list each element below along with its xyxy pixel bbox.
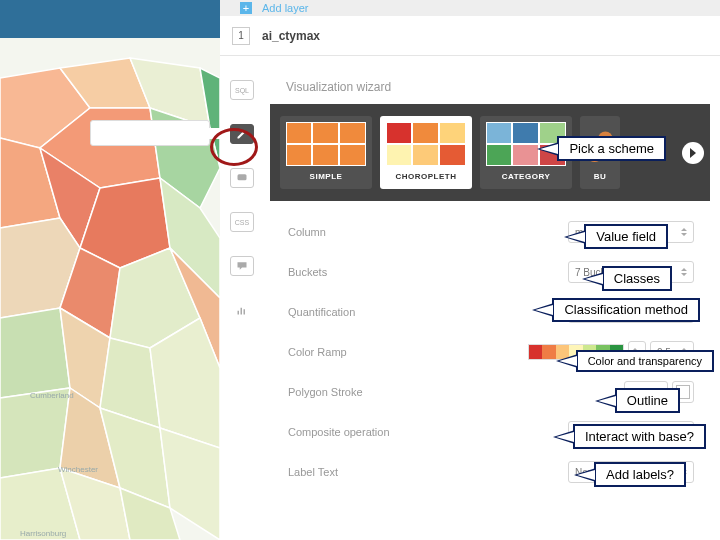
svg-rect-43	[439, 144, 466, 166]
svg-rect-29	[238, 311, 240, 315]
sql-tab[interactable]: SQL	[230, 80, 254, 100]
svg-rect-40	[439, 122, 466, 144]
brush-icon	[236, 128, 248, 140]
svg-rect-47	[486, 144, 512, 166]
callout-value: Value field	[584, 224, 668, 249]
callout-color: Color and transparency	[576, 350, 714, 372]
scheme-simple-label: SIMPLE	[310, 172, 343, 181]
map-place-1: Cumberland	[30, 391, 74, 400]
search-input[interactable]	[101, 128, 228, 139]
scheme-simple[interactable]: SIMPLE	[280, 116, 372, 189]
speech2-icon	[236, 260, 248, 272]
layer-header[interactable]: 1 ai_ctymax	[220, 16, 720, 56]
svg-rect-42	[412, 144, 439, 166]
svg-rect-45	[512, 122, 539, 144]
updown-icon	[681, 267, 687, 277]
callout-labels: Add labels?	[594, 462, 686, 487]
svg-rect-30	[241, 308, 243, 315]
svg-rect-32	[286, 122, 312, 144]
choropleth-swatch	[386, 122, 466, 166]
column-label: Column	[288, 226, 568, 238]
svg-marker-15	[0, 308, 70, 398]
svg-rect-33	[312, 122, 339, 144]
callout-classification: Classification method	[552, 298, 700, 322]
scheme-next-button[interactable]	[682, 142, 704, 164]
wizard-tab-strip: SQL CSS	[224, 56, 260, 320]
svg-rect-36	[312, 144, 339, 166]
callout-interact: Interact with base?	[573, 424, 706, 449]
scheme-choropleth[interactable]: CHOROPLETH	[380, 116, 472, 189]
callout-outline: Outline	[615, 388, 680, 413]
svg-rect-37	[339, 144, 366, 166]
speech-icon	[236, 172, 248, 184]
updown-icon	[681, 227, 687, 237]
add-layer-row[interactable]: + Add layer	[220, 0, 720, 16]
scheme-bubble-label: BU	[594, 172, 607, 181]
css-tab[interactable]: CSS	[230, 212, 254, 232]
svg-rect-39	[412, 122, 439, 144]
wizard-title: Visualization wizard	[270, 56, 710, 104]
bars-icon	[236, 304, 248, 316]
layer-index: 1	[232, 27, 250, 45]
wizard-tab[interactable]	[230, 124, 254, 144]
callout-classes: Classes	[602, 266, 672, 291]
svg-rect-41	[386, 144, 412, 166]
svg-rect-48	[512, 144, 539, 166]
stats-tab[interactable]	[230, 300, 254, 320]
map-search[interactable]	[90, 120, 210, 146]
svg-rect-34	[339, 122, 366, 144]
composite-label: Composite operation	[288, 426, 568, 438]
svg-rect-38	[386, 122, 412, 144]
layer-name: ai_ctymax	[262, 29, 320, 43]
labeltext-label: Label Text	[288, 466, 568, 478]
app-header-left	[0, 0, 220, 38]
svg-rect-35	[286, 144, 312, 166]
callout-scheme: Pick a scheme	[557, 136, 666, 161]
quant-label: Quantification	[288, 306, 568, 318]
ramp-label: Color Ramp	[288, 346, 528, 358]
svg-rect-31	[244, 309, 246, 314]
map-place-3: Harrisonburg	[20, 529, 66, 538]
simple-swatch	[286, 122, 366, 166]
map-place-2: Winchester	[58, 465, 98, 474]
svg-rect-28	[238, 174, 247, 180]
stroke-label: Polygon Stroke	[288, 386, 624, 398]
svg-rect-44	[486, 122, 512, 144]
legends-tab[interactable]	[230, 256, 254, 276]
scheme-choropleth-label: CHOROPLETH	[396, 172, 457, 181]
map-preview[interactable]: Cumberland Winchester Harrisonburg Charl…	[0, 38, 220, 540]
buckets-label: Buckets	[288, 266, 568, 278]
plus-icon: +	[240, 2, 252, 14]
scheme-category-label: CATEGORY	[502, 172, 550, 181]
chevron-right-icon	[688, 148, 698, 158]
infowindow-tab[interactable]	[230, 168, 254, 188]
add-layer-label: Add layer	[262, 2, 308, 14]
